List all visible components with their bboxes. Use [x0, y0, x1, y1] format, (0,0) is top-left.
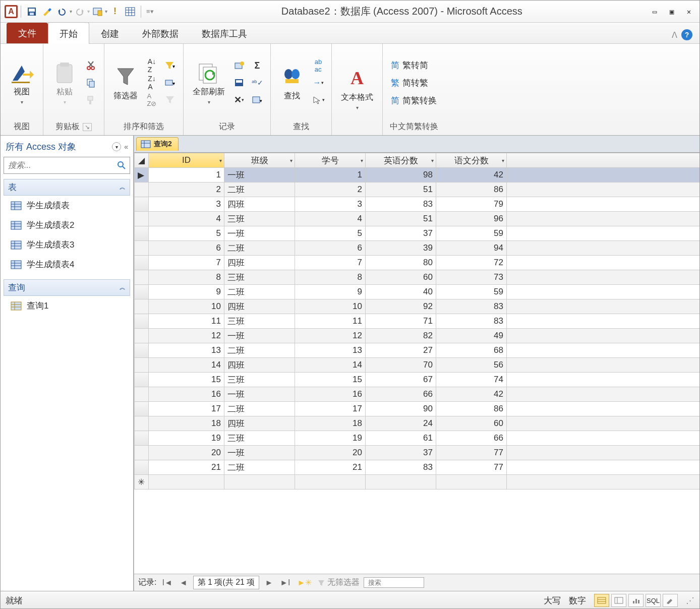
cell-chn[interactable]: 56 [436, 358, 507, 373]
cell-empty[interactable] [507, 241, 701, 256]
cell-eng[interactable]: 98 [366, 168, 436, 182]
cell-empty[interactable] [507, 212, 701, 226]
cell-empty[interactable] [507, 416, 701, 431]
add-column[interactable] [507, 153, 701, 168]
cell-chn[interactable]: 72 [436, 256, 507, 270]
spelling-icon[interactable]: ᵃᵇ✓ [250, 76, 264, 90]
undo-icon[interactable] [54, 4, 70, 19]
cell-eng[interactable]: 51 [366, 212, 436, 226]
row-selector[interactable] [135, 285, 149, 299]
table-row[interactable]: 3 四班 3 83 79 [135, 197, 701, 212]
save-icon[interactable] [24, 4, 39, 19]
cell-chn[interactable]: 83 [436, 314, 507, 329]
row-selector[interactable] [135, 416, 149, 431]
cell-class[interactable]: 四班 [224, 416, 295, 431]
brush-icon[interactable] [39, 4, 54, 19]
cell-id[interactable]: 7 [149, 256, 224, 270]
totals-icon[interactable]: Σ [250, 58, 264, 73]
cell-sno[interactable]: 19 [295, 431, 366, 446]
row-selector[interactable] [135, 314, 149, 329]
view-button[interactable]: 视图 ▾ [7, 58, 37, 107]
cell-empty[interactable] [507, 446, 701, 460]
cell-id[interactable]: 12 [149, 329, 224, 343]
cell-chn[interactable]: 94 [436, 241, 507, 256]
cell-chn[interactable]: 96 [436, 212, 507, 226]
cell-eng[interactable]: 39 [366, 241, 436, 256]
new-record-row[interactable]: ✳ [135, 475, 701, 490]
cut-icon[interactable] [84, 58, 98, 73]
cell-id[interactable]: 6 [149, 241, 224, 256]
cell-id[interactable]: 16 [149, 387, 224, 402]
cell-chn[interactable]: 59 [436, 285, 507, 299]
nav-group-header[interactable]: 查询︽ [4, 279, 130, 296]
row-selector[interactable] [135, 197, 149, 212]
cell-chn[interactable]: 77 [436, 446, 507, 460]
cell-class[interactable]: 二班 [224, 402, 295, 416]
nav-item[interactable]: 学生成绩表3 [4, 235, 130, 255]
more-records-icon[interactable]: ▾ [250, 93, 264, 107]
column-dropdown-icon[interactable]: ▾ [431, 158, 434, 163]
cell-id[interactable]: 5 [149, 226, 224, 241]
cell-id[interactable]: 10 [149, 299, 224, 314]
goto-icon[interactable]: →▾ [311, 76, 325, 90]
datasheet[interactable]: ◢ID▾班级▾学号▾英语分数▾语文分数▾▶ 1 一班 1 98 42 2 二班 … [134, 153, 700, 574]
cell-eng[interactable]: 70 [366, 358, 436, 373]
cell-sno[interactable]: 8 [295, 270, 366, 285]
cell-eng[interactable]: 67 [366, 373, 436, 387]
row-selector[interactable] [135, 256, 149, 270]
tab-开始[interactable]: 开始 [48, 22, 89, 44]
first-record-icon[interactable]: I◄ [160, 578, 173, 587]
design-view-icon[interactable] [663, 594, 678, 607]
last-record-icon[interactable]: ►I [278, 578, 291, 587]
dialog-launcher-icon[interactable]: ↘ [83, 123, 92, 131]
table-row[interactable]: 5 一班 5 37 59 [135, 226, 701, 241]
column-header[interactable]: ID▾ [149, 153, 224, 168]
cell-eng[interactable]: 61 [366, 431, 436, 446]
advanced-filter-icon[interactable]: ▾ [163, 76, 177, 90]
save-record-icon[interactable] [232, 76, 246, 90]
cell-eng[interactable]: 83 [366, 197, 436, 212]
cell-id[interactable]: 14 [149, 358, 224, 373]
nav-item[interactable]: 学生成绩表4 [4, 255, 130, 274]
cell-class[interactable]: 三班 [224, 314, 295, 329]
cell-eng[interactable]: 82 [366, 329, 436, 343]
cell-sno[interactable]: 5 [295, 226, 366, 241]
table-row[interactable]: 18 四班 18 24 60 [135, 416, 701, 431]
column-dropdown-icon[interactable]: ▾ [219, 158, 222, 163]
cell-empty[interactable] [507, 256, 701, 270]
cell-eng[interactable]: 80 [366, 256, 436, 270]
column-header[interactable]: 语文分数▾ [436, 153, 507, 168]
cell-eng[interactable]: 51 [366, 182, 436, 197]
table-row[interactable]: 17 二班 17 90 86 [135, 402, 701, 416]
cell-sno[interactable]: 15 [295, 373, 366, 387]
cell-class[interactable]: 一班 [224, 446, 295, 460]
delete-record-icon[interactable]: ✕▾ [232, 93, 246, 107]
table-row[interactable]: 13 二班 13 27 68 [135, 343, 701, 358]
search-input[interactable] [4, 161, 113, 170]
tab-创建[interactable]: 创建 [89, 22, 131, 44]
cell-id[interactable]: 9 [149, 285, 224, 299]
new-record-icon[interactable]: ►✳ [296, 578, 314, 587]
cell-class[interactable]: 二班 [224, 241, 295, 256]
cell-sno[interactable]: 16 [295, 387, 366, 402]
table-icon[interactable] [123, 4, 138, 19]
redo-icon[interactable] [72, 4, 87, 19]
cell-empty[interactable] [507, 329, 701, 343]
table-row[interactable]: 20 一班 20 37 77 [135, 446, 701, 460]
tab-数据库工具[interactable]: 数据库工具 [190, 22, 259, 44]
cell-class[interactable]: 二班 [224, 182, 295, 197]
cell-id[interactable]: 3 [149, 197, 224, 212]
paste-button[interactable]: 粘贴 ▾ [49, 58, 80, 107]
cell-empty[interactable] [507, 358, 701, 373]
cell-eng[interactable]: 37 [366, 226, 436, 241]
cell-sno[interactable]: 9 [295, 285, 366, 299]
cell-id[interactable]: 2 [149, 182, 224, 197]
cell-class[interactable]: 四班 [224, 256, 295, 270]
cell-sno[interactable]: 6 [295, 241, 366, 256]
cell-chn[interactable]: 86 [436, 182, 507, 197]
cell-class[interactable]: 四班 [224, 299, 295, 314]
cell-eng[interactable]: 37 [366, 446, 436, 460]
table-row[interactable]: 9 二班 9 40 59 [135, 285, 701, 299]
row-selector[interactable] [135, 387, 149, 402]
table-row[interactable]: 7 四班 7 80 72 [135, 256, 701, 270]
